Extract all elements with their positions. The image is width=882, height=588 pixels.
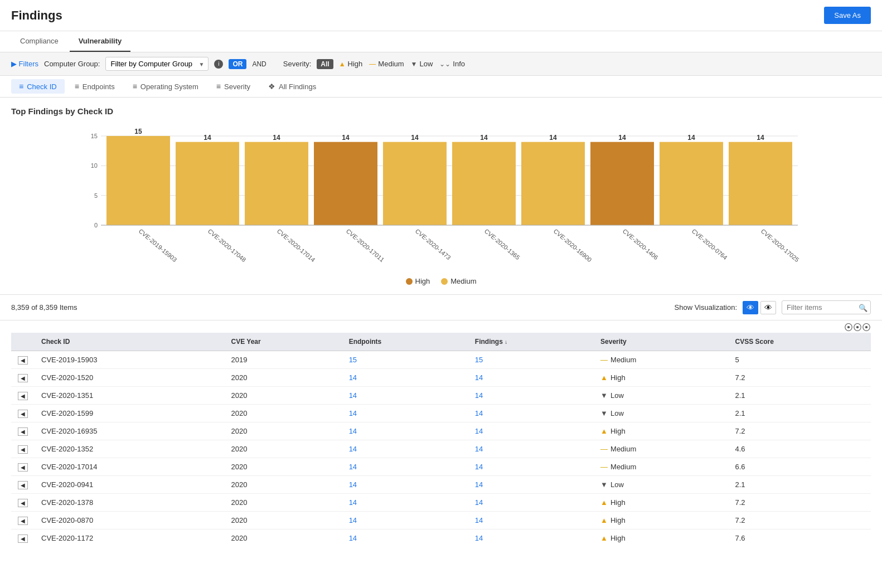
sub-tab-check-id[interactable]: ≡Check ID — [11, 79, 65, 94]
sev-icon-high: ▲ — [339, 60, 346, 68]
sub-tab-label-all-findings: All Findings — [279, 82, 316, 91]
table-row: ◀CVE-2020-1693520201414▲High7.2 — [11, 422, 871, 440]
filter-items-input[interactable] — [782, 300, 871, 314]
bar-CVE-2019-15903[interactable] — [106, 136, 170, 225]
main-tabs: ComplianceVulnerability — [0, 31, 882, 52]
column-options-icon[interactable]: ⦿⦿⦿ — [844, 323, 871, 333]
col-header-cve-year[interactable]: CVE Year — [225, 333, 342, 351]
svg-text:14: 14 — [549, 134, 557, 142]
chart-section: Top Findings by Check ID 05101515CVE-201… — [0, 98, 882, 294]
cell-findings-10[interactable]: 14 — [468, 529, 594, 545]
row-expand-icon[interactable]: ◀ — [11, 512, 35, 529]
severity-item-high[interactable]: ▲High — [339, 60, 363, 68]
viz-show-button[interactable]: 👁 — [743, 301, 758, 314]
cell-check-id-10: CVE-2020-1172 — [35, 529, 225, 545]
cell-endpoints-3[interactable]: 14 — [342, 405, 468, 422]
cell-endpoints-9[interactable]: 14 — [342, 512, 468, 529]
cell-findings-0[interactable]: 15 — [468, 351, 594, 369]
cell-findings-2[interactable]: 14 — [468, 387, 594, 405]
cell-check-id-1: CVE-2020-1520 — [35, 369, 225, 387]
save-as-button[interactable]: Save As — [824, 7, 871, 24]
bar-CVE-2020-16900[interactable] — [521, 142, 585, 225]
filters-toggle[interactable]: ▶ Filters — [11, 60, 38, 68]
sub-tab-operating-system[interactable]: ≡Operating System — [125, 79, 206, 94]
row-expand-icon[interactable]: ◀ — [11, 440, 35, 458]
severity-item-low[interactable]: ▼Low — [411, 60, 433, 68]
row-expand-icon[interactable]: ◀ — [11, 529, 35, 545]
table-row: ◀CVE-2020-135220201414—Medium4.6 — [11, 440, 871, 458]
severity-item-info[interactable]: ⌄⌄Info — [439, 60, 465, 68]
bar-label-CVE-2019-15903: CVE-2019-15903 — [138, 227, 178, 263]
sev-label-medium: Medium — [378, 60, 404, 68]
cell-findings-1[interactable]: 14 — [468, 369, 594, 387]
cell-check-id-0: CVE-2019-15903 — [35, 351, 225, 369]
sev-icon-low: ▼ — [411, 60, 418, 68]
cell-findings-6[interactable]: 14 — [468, 458, 594, 476]
bar-CVE-2020-17048[interactable] — [176, 142, 239, 225]
cell-findings-4[interactable]: 14 — [468, 422, 594, 440]
sub-tab-all-findings[interactable]: ❖All Findings — [260, 79, 324, 94]
row-expand-icon[interactable]: ◀ — [11, 387, 35, 405]
computer-group-select[interactable]: Filter by Computer Group — [105, 57, 209, 71]
info-icon[interactable]: i — [214, 60, 223, 69]
sub-tab-label-endpoints: Endpoints — [83, 82, 115, 91]
cell-severity-1: ▲High — [594, 369, 728, 387]
bar-label-CVE-2020-1406: CVE-2020-1406 — [622, 227, 660, 261]
row-expand-icon[interactable]: ◀ — [11, 351, 35, 369]
bar-CVE-2020-17025[interactable] — [729, 142, 792, 225]
sub-tab-severity[interactable]: ≡Severity — [209, 79, 258, 94]
cell-endpoints-10[interactable]: 14 — [342, 529, 468, 545]
sub-tab-icon-all-findings: ❖ — [268, 82, 275, 91]
cell-cve-year-7: 2020 — [225, 476, 342, 494]
cell-findings-7[interactable]: 14 — [468, 476, 594, 494]
cell-endpoints-0[interactable]: 15 — [342, 351, 468, 369]
cell-cvss-4: 7.2 — [728, 422, 871, 440]
cell-cvss-2: 2.1 — [728, 387, 871, 405]
svg-text:14: 14 — [480, 134, 488, 142]
cell-endpoints-5[interactable]: 14 — [342, 440, 468, 458]
viz-hide-button[interactable]: 👁 — [760, 301, 776, 314]
row-expand-icon[interactable]: ◀ — [11, 458, 35, 476]
cell-endpoints-8[interactable]: 14 — [342, 494, 468, 512]
svg-text:14: 14 — [203, 134, 211, 142]
bar-CVE-2020-0764[interactable] — [660, 142, 723, 225]
chart-container: 05101515CVE-2019-1590314CVE-2020-1704814… — [11, 125, 871, 271]
col-header-severity[interactable]: Severity — [594, 333, 728, 351]
table-row: ◀CVE-2020-094120201414▼Low2.1 — [11, 476, 871, 494]
cell-endpoints-7[interactable]: 14 — [342, 476, 468, 494]
bar-CVE-2020-1365[interactable] — [452, 142, 516, 225]
and-button[interactable]: AND — [252, 60, 266, 68]
row-expand-icon[interactable]: ◀ — [11, 422, 35, 440]
bar-CVE-2020-1473[interactable] — [383, 142, 447, 225]
or-button[interactable]: OR — [229, 59, 246, 69]
bar-CVE-2020-1406[interactable] — [590, 142, 654, 225]
cell-findings-3[interactable]: 14 — [468, 405, 594, 422]
cell-findings-8[interactable]: 14 — [468, 494, 594, 512]
cell-severity-8: ▲High — [594, 494, 728, 512]
row-expand-icon[interactable]: ◀ — [11, 369, 35, 387]
severity-all-button[interactable]: All — [317, 59, 333, 69]
col-header-findings[interactable]: Findings ↓ — [468, 333, 594, 351]
row-expand-icon[interactable]: ◀ — [11, 494, 35, 512]
sev-icon-row-5: — — [600, 445, 608, 453]
cell-endpoints-6[interactable]: 14 — [342, 458, 468, 476]
cell-findings-9[interactable]: 14 — [468, 512, 594, 529]
col-header-check-id[interactable]: Check ID — [35, 333, 225, 351]
cell-endpoints-4[interactable]: 14 — [342, 422, 468, 440]
bar-CVE-2020-17014[interactable] — [245, 142, 308, 225]
col-header-cvss-score[interactable]: CVSS Score — [728, 333, 871, 351]
severity-item-medium[interactable]: —Medium — [369, 60, 404, 68]
main-tab-vulnerability[interactable]: Vulnerability — [70, 31, 131, 52]
cell-cve-year-8: 2020 — [225, 494, 342, 512]
cell-check-id-6: CVE-2020-17014 — [35, 458, 225, 476]
cell-check-id-3: CVE-2020-1599 — [35, 405, 225, 422]
cell-findings-5[interactable]: 14 — [468, 440, 594, 458]
cell-endpoints-2[interactable]: 14 — [342, 387, 468, 405]
sub-tab-endpoints[interactable]: ≡Endpoints — [67, 79, 123, 94]
cell-endpoints-1[interactable]: 14 — [342, 369, 468, 387]
col-header-endpoints[interactable]: Endpoints — [342, 333, 468, 351]
bar-CVE-2020-17011[interactable] — [314, 142, 377, 225]
row-expand-icon[interactable]: ◀ — [11, 405, 35, 422]
row-expand-icon[interactable]: ◀ — [11, 476, 35, 494]
main-tab-compliance[interactable]: Compliance — [11, 31, 67, 52]
